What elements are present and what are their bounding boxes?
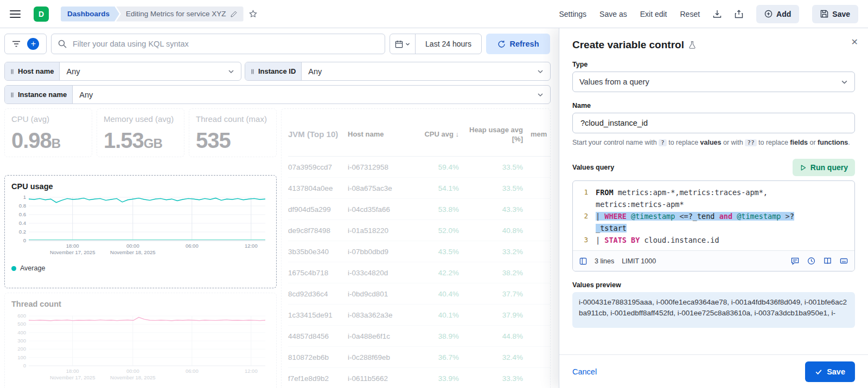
chevron-down-icon xyxy=(537,92,544,98)
flyout-save-button[interactable]: Save xyxy=(805,361,855,382)
search-icon xyxy=(58,40,67,48)
table-row: 1c33415de91i-083a362a3e40.1%37.9% xyxy=(288,305,550,326)
svg-text:12:00: 12:00 xyxy=(245,368,258,374)
panel-title: JVM (Top 10) xyxy=(288,130,348,140)
favorite-star-icon[interactable] xyxy=(249,10,257,18)
jvm-table-header: JVM (Top 10) Host name CPU avg ↓ Heap us… xyxy=(288,113,550,157)
download-icon[interactable] xyxy=(713,10,722,18)
chevron-down-icon xyxy=(228,68,234,75)
play-icon xyxy=(800,164,807,171)
drag-handle-icon[interactable] xyxy=(10,68,14,75)
table-row: 1675c4b718i-033c4820d42.2%38.2% xyxy=(288,262,550,283)
instance-id-dropdown[interactable]: Any xyxy=(302,62,550,80)
plus-circle-icon xyxy=(764,10,773,18)
cpu-usage-panel[interactable]: CPU usage 00.20.40.60.8118:00November 17… xyxy=(4,175,277,288)
table-row: 44857d8456i-0a488e6f1c38.9%44.8% xyxy=(288,326,550,347)
space-avatar[interactable]: D xyxy=(34,7,49,22)
kql-search-bar[interactable] xyxy=(51,34,385,54)
svg-text:18:00: 18:00 xyxy=(66,243,79,249)
refresh-button[interactable]: Refresh xyxy=(486,34,550,54)
breadcrumb-current[interactable]: Editing Metrics for service XYZ xyxy=(116,7,244,22)
documentation-icon[interactable] xyxy=(824,257,832,265)
thread-count-panel[interactable]: Thread count 010020030040050060018:00Nov… xyxy=(4,293,277,388)
column-header-mem[interactable]: mem xyxy=(523,130,548,139)
svg-text:00:00: 00:00 xyxy=(126,368,139,374)
svg-text:0.4: 0.4 xyxy=(19,220,26,226)
chart-legend[interactable]: Average xyxy=(11,264,270,272)
time-range-button[interactable]: Last 24 hours xyxy=(416,40,481,48)
name-field-wrap xyxy=(572,113,855,133)
column-header-heap[interactable]: Heap usage avg [%] xyxy=(459,126,523,144)
save-dashboard-button[interactable]: Save xyxy=(812,5,858,23)
thread-count-chart[interactable]: 010020030040050060018:00November 17, 202… xyxy=(11,313,270,383)
table-row: de9c8f78498i-01a51822052.0%40.8% xyxy=(288,220,550,241)
metric-panel-memory-used[interactable]: Memory used (avg) 1.53GB xyxy=(97,108,184,157)
exit-edit-link[interactable]: Exit edit xyxy=(640,10,667,18)
svg-text:400: 400 xyxy=(17,329,26,335)
type-select[interactable]: Values from a query xyxy=(572,72,855,92)
svg-text:300: 300 xyxy=(17,338,26,344)
add-panel-button[interactable]: Add xyxy=(756,5,799,23)
cancel-button[interactable]: Cancel xyxy=(572,367,597,376)
flyout-title: Create variable control xyxy=(572,39,684,51)
search-input[interactable] xyxy=(72,39,378,49)
control-name-help: Start your control name with ? to replac… xyxy=(572,138,855,148)
svg-text:500: 500 xyxy=(17,321,26,327)
reset-link[interactable]: Reset xyxy=(680,10,700,18)
values-query-label: Values query xyxy=(572,164,614,171)
legend-dot xyxy=(11,266,16,271)
filter-icon[interactable] xyxy=(12,40,21,48)
table-row: 07a3959ccd7i-06731295859.4%33.5% xyxy=(288,157,550,178)
panel-title: Thread count xyxy=(11,300,270,308)
chevron-down-icon xyxy=(841,79,848,86)
esql-editor[interactable]: 1FROM metrics:apm-*,metrics:traces-apm*,… xyxy=(572,180,855,271)
keyboard-shortcuts-icon[interactable] xyxy=(840,257,848,265)
svg-text:600: 600 xyxy=(17,313,26,319)
cpu-usage-chart[interactable]: 00.20.40.60.8118:00November 17, 202500:0… xyxy=(11,194,270,258)
svg-text:18:00: 18:00 xyxy=(66,368,79,374)
share-icon[interactable] xyxy=(735,10,743,18)
flyout-footer: Cancel Save xyxy=(559,354,868,388)
save-as-link[interactable]: Save as xyxy=(599,10,627,18)
top-navigation-bar: D Dashboards Editing Metrics for service… xyxy=(0,0,868,28)
metric-panel-cpu-avg[interactable]: CPU (avg) 0.98B xyxy=(4,108,92,157)
editor-submit-icon[interactable] xyxy=(579,257,587,265)
menu-icon[interactable] xyxy=(10,10,21,18)
column-header-host[interactable]: Host name xyxy=(348,130,410,139)
svg-text:0.8: 0.8 xyxy=(19,203,26,209)
run-query-button[interactable]: Run query xyxy=(793,159,855,176)
edit-pencil-icon[interactable] xyxy=(231,11,237,17)
host-name-dropdown[interactable]: Any xyxy=(60,62,241,80)
save-disk-icon xyxy=(820,10,828,18)
drag-handle-icon[interactable] xyxy=(251,68,254,75)
limit-label: LIMIT 1000 xyxy=(622,257,656,265)
svg-text:06:00: 06:00 xyxy=(186,243,199,249)
svg-text:November 17, 2025: November 17, 2025 xyxy=(50,249,95,255)
metric-value: 0.98B xyxy=(11,130,85,151)
table-row: 810872eb6bi-0c288f69eb36.7%32.4% xyxy=(288,347,550,368)
control-name-input[interactable] xyxy=(579,118,848,128)
column-header-cpu-avg[interactable]: CPU avg ↓ xyxy=(410,130,459,139)
add-filter-icon[interactable]: + xyxy=(27,38,39,50)
drag-handle-icon[interactable] xyxy=(10,92,14,98)
metric-value: 535 xyxy=(196,130,270,151)
esql-editor-lines[interactable]: 1FROM metrics:apm-*,metrics:traces-apm*,… xyxy=(573,181,854,250)
calendar-quick-select[interactable] xyxy=(390,34,416,54)
jvm-top10-panel[interactable]: JVM (Top 10) Host name CPU avg ↓ Heap us… xyxy=(281,108,551,388)
control-instance-name: Instance name Any xyxy=(4,85,551,104)
refresh-icon xyxy=(497,40,506,48)
svg-text:06:00: 06:00 xyxy=(186,368,199,374)
query-history-icon[interactable] xyxy=(807,257,815,265)
instance-name-dropdown[interactable]: Any xyxy=(73,86,550,104)
table-row: 4137804a0eei-08a675ac3e54.1%33.5% xyxy=(288,178,550,199)
close-icon[interactable]: ✕ xyxy=(851,38,858,47)
feedback-icon[interactable] xyxy=(791,257,799,265)
metric-panel-thread-count[interactable]: Thread count (max) 535 xyxy=(189,108,277,157)
svg-text:00:00: 00:00 xyxy=(126,243,139,249)
calendar-icon xyxy=(395,40,403,48)
panel-title: CPU usage xyxy=(11,182,270,191)
breadcrumb-dashboards[interactable]: Dashboards xyxy=(61,7,119,22)
values-preview-box: i-000431e7883195aaa, i-000fe1eca9364ae78… xyxy=(572,292,855,328)
settings-link[interactable]: Settings xyxy=(559,10,587,18)
chevron-down-icon xyxy=(405,42,410,47)
